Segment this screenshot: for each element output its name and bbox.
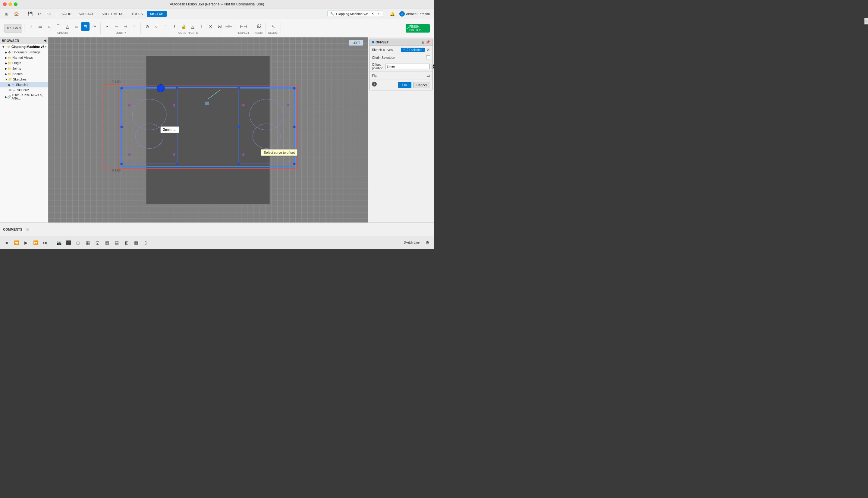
browser-item-origin[interactable]: ▶ 📁 Origin — [0, 60, 48, 66]
fillet-tool-icon[interactable]: ⌓ — [72, 22, 80, 31]
view-cube[interactable]: LEFT — [347, 40, 365, 58]
expand-panel-icon[interactable]: ⊞ — [421, 40, 424, 44]
perpendicular-icon[interactable]: ⊥ — [197, 22, 206, 31]
browser-item-bodies[interactable]: ▶ 📁 Bodies — [0, 71, 48, 77]
sketch-curves-label: Sketch curves — [372, 48, 399, 52]
fix-icon[interactable]: 🔒 — [179, 22, 188, 31]
animation4-icon[interactable]: ▨ — [103, 238, 111, 247]
maximize-window-button[interactable] — [14, 2, 17, 6]
flip-button[interactable]: ⇄ — [426, 73, 430, 78]
animation5-icon[interactable]: ▤ — [112, 238, 121, 247]
browser-item-sketches[interactable]: ▼ 📁 Sketches — [0, 77, 48, 82]
select-icon[interactable]: ↖ — [269, 22, 278, 31]
settings-gear-icon[interactable]: ⚙ — [423, 238, 431, 247]
browser-item-named-views[interactable]: ▶ 📁 Named Views — [0, 55, 48, 60]
minimize-window-button[interactable] — [9, 2, 12, 6]
browser-item-doc-settings[interactable]: ▶ ⚙ Document Settings — [0, 50, 48, 55]
close-window-button[interactable] — [3, 2, 6, 6]
offset-stepper[interactable]: ▲ ▼ — [431, 64, 434, 69]
symmetry-icon[interactable]: ⊣⊢ — [225, 22, 233, 31]
scale-icon[interactable]: = — [130, 22, 139, 31]
create-icons: ⟋ ▭ ○ ⌒ △ ⌓ ⊟ 〜 — [27, 22, 98, 31]
titlebar: Autodesk Fusion 360 (Personal – Not for … — [0, 0, 434, 9]
sketch-curves-select-button[interactable]: ↖ 24 selected — [401, 48, 425, 52]
save-icon[interactable]: 💾 — [26, 10, 34, 18]
trim-icon[interactable]: ✂ — [103, 22, 111, 31]
chain-selection-label: Chain Selection — [372, 56, 424, 60]
browser-item-sketch2[interactable]: 👁 ✏ Sketch2 — [0, 88, 48, 93]
offset-title: OFFSET — [375, 40, 388, 44]
info-icon[interactable]: i — [372, 82, 377, 87]
comments-expand-icon[interactable]: ⊞ — [26, 227, 29, 232]
browser-item-sketch1[interactable]: ▶ ✏ Sketch1 — [0, 82, 48, 88]
chain-selection-checkbox[interactable] — [426, 55, 430, 60]
animation-icon[interactable]: ◻ — [74, 238, 82, 247]
animation3-icon[interactable]: ◱ — [93, 238, 102, 247]
insert-label: INSERT — [254, 31, 264, 34]
finish-sketch-button[interactable]: ✓ FINISH SKETCH — [406, 24, 430, 32]
line-tool-icon[interactable]: ⟋ — [27, 22, 35, 31]
xor-icon[interactable]: ✕ — [206, 22, 215, 31]
polygon-tool-icon[interactable]: △ — [63, 22, 71, 31]
clear-sketch-curves-icon[interactable]: ✕ — [426, 47, 430, 52]
browser-item-component[interactable]: ▼ ⚙ Clapping Machine v3 ● — [0, 44, 48, 50]
circle-tool-icon[interactable]: ○ — [45, 22, 53, 31]
file-tab[interactable]: 🔧 Clapping Machine v3* ✕ ＋ — [327, 11, 383, 17]
rectangle-tool-icon[interactable]: ▭ — [36, 22, 44, 31]
spline-tool-icon[interactable]: 〜 — [90, 22, 98, 31]
equal-icon[interactable]: ⋈ — [215, 22, 224, 31]
break-icon[interactable]: ⊣ — [121, 22, 130, 31]
joints-icon: 📁 — [7, 66, 12, 70]
svg-text:R1.00: R1.00 — [112, 169, 121, 172]
animation8-icon[interactable]: ▯ — [141, 238, 150, 247]
file-close-icon[interactable]: ✕ — [371, 12, 374, 16]
tab-sheet-metal[interactable]: SHEET METAL — [98, 11, 127, 17]
cancel-button[interactable]: Cancel — [413, 82, 430, 88]
play-icon[interactable]: ▶ — [22, 238, 30, 247]
midpoint-icon[interactable]: ⌇ — [170, 22, 179, 31]
animation2-icon[interactable]: ▦ — [83, 238, 92, 247]
pin-panel-icon[interactable]: 📌 — [426, 40, 430, 44]
notifications-icon[interactable]: 🔔 — [388, 10, 396, 18]
tab-sketch[interactable]: SKETCH — [147, 11, 166, 17]
ok-button[interactable]: OK — [398, 82, 411, 88]
component-icon: ⚙ — [6, 44, 11, 49]
offset-position-input[interactable] — [385, 64, 430, 69]
triangle-icon[interactable]: △ — [188, 22, 197, 31]
dimension-box[interactable]: 2mm ⌄ — [160, 126, 179, 133]
animation6-icon[interactable]: ◧ — [122, 238, 131, 247]
redo-icon[interactable]: ↪ — [45, 10, 53, 18]
extend-icon[interactable]: ⊢ — [112, 22, 121, 31]
capture-icon[interactable]: 📷 — [55, 238, 63, 247]
browser-item-tower-pro[interactable]: ▶ 🔗 TOWER PRO MG-995, ANA… — [0, 93, 48, 101]
step-forward-icon[interactable]: ⏩ — [31, 238, 40, 247]
design-dropdown[interactable]: DESIGN ▾ — [4, 24, 22, 32]
collinear-icon[interactable]: ○ — [152, 22, 161, 31]
stepper-down-button[interactable]: ▼ — [431, 66, 434, 69]
tab-surface[interactable]: SURFACE — [76, 11, 97, 17]
canvas[interactable]: R1.00 R1.00 R1.00 25 45 — [48, 37, 368, 222]
next-icon[interactable]: ⏭ — [41, 238, 50, 247]
svg-point-36 — [157, 85, 164, 92]
insert-image-icon[interactable]: 🖼 — [254, 22, 263, 31]
record-icon[interactable]: ⬛ — [64, 238, 72, 247]
svg-point-28 — [128, 104, 131, 106]
tab-solid[interactable]: SOLID — [58, 11, 75, 17]
concentric-icon[interactable]: = — [161, 22, 170, 31]
tab-tools[interactable]: TOOLS — [129, 11, 146, 17]
home-icon[interactable]: 🏠 — [12, 10, 21, 18]
measure-icon[interactable]: ⊢⊣ — [239, 22, 248, 31]
app-menu-icon[interactable]: ⊞ — [2, 10, 11, 18]
offset-tool-icon[interactable]: ⊟ — [81, 22, 90, 31]
arc-tool-icon[interactable]: ⌒ — [54, 22, 62, 31]
prev-icon[interactable]: ⏮ — [2, 238, 11, 247]
animation7-icon[interactable]: ▩ — [132, 238, 140, 247]
browser-collapse-icon[interactable]: ◀ — [44, 39, 46, 42]
select-section: ↖ SELECT — [266, 22, 281, 34]
coincident-icon[interactable]: ⊙ — [143, 22, 151, 31]
step-back-icon[interactable]: ⏪ — [12, 238, 21, 247]
browser-item-joints[interactable]: ▶ 📁 Joints — [0, 66, 48, 71]
undo-icon[interactable]: ↩ — [35, 10, 44, 18]
file-add-icon[interactable]: ＋ — [377, 11, 380, 16]
view-cube-face-left[interactable]: LEFT — [349, 40, 363, 46]
